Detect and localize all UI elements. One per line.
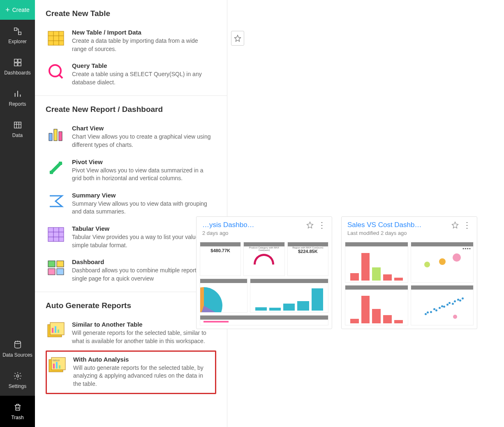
card-meta: 2 days ago [202, 230, 303, 236]
create-panel: Create New Table New Table / Import Data… [35, 0, 227, 427]
svg-rect-14 [48, 227, 64, 241]
svg-rect-12 [54, 129, 57, 141]
option-title: New Table / Import Data [72, 29, 213, 36]
option-chart-view[interactable]: Chart View Chart View allows you to crea… [46, 121, 216, 154]
option-desc: Create a table using a SELECT Query(SQL)… [72, 70, 213, 86]
svg-rect-23 [58, 330, 59, 333]
auto-analysis-icon: 010110 [49, 357, 66, 374]
option-desc: Chart View allows you to create a graphi… [72, 133, 213, 149]
pivot-icon [47, 159, 65, 176]
option-auto-analysis[interactable]: 010110 With Auto Analysis Will auto gene… [46, 350, 216, 395]
nav-label: Trash [11, 415, 23, 420]
section-title: Auto Generate Reports [46, 301, 216, 310]
dashboards-icon [13, 58, 23, 67]
svg-rect-15 [48, 261, 55, 267]
sidebar: + Create Explorer Dashboards Reports Da [0, 0, 35, 427]
nav-label: Data [12, 132, 23, 138]
svg-rect-3 [18, 59, 21, 62]
svg-point-10 [49, 65, 61, 77]
svg-rect-22 [55, 326, 56, 333]
card-title[interactable]: Sales VS Cost Dashb… [347, 221, 448, 229]
option-similar-table[interactable]: Similar to Another Table Will generate r… [46, 317, 216, 350]
section-title: Create New Table [46, 9, 216, 18]
nav-settings[interactable]: Settings [0, 364, 35, 396]
option-desc: Will generate reports for the selected t… [72, 329, 213, 345]
star-icon[interactable] [451, 221, 459, 229]
svg-rect-18 [57, 269, 64, 275]
option-desc: Pivot View allows you to view data summa… [72, 167, 213, 183]
nav-trash[interactable]: Trash [0, 396, 35, 427]
plus-icon: + [5, 6, 10, 14]
svg-rect-0 [14, 28, 16, 30]
svg-rect-21 [52, 328, 53, 333]
nav-data-sources[interactable]: Data Sources [0, 333, 35, 364]
chart-icon [47, 125, 65, 143]
nav-label: Reports [9, 101, 26, 107]
card-meta: Last modified 2 days ago [347, 230, 448, 236]
svg-rect-17 [48, 269, 55, 275]
option-new-table[interactable]: New Table / Import Data Create a data ta… [46, 25, 216, 58]
dashboard-icon [47, 259, 65, 276]
query-icon [47, 63, 65, 80]
summary-icon [47, 193, 65, 210]
trash-icon [13, 402, 23, 412]
option-desc: Summary View allows you to view data wit… [72, 200, 213, 216]
option-summary-view[interactable]: Summary View Summary View allows you to … [46, 188, 216, 221]
option-pivot-view[interactable]: Pivot View Pivot View allows you to view… [46, 154, 216, 188]
svg-rect-1 [18, 32, 21, 35]
svg-text:010110: 010110 [53, 359, 60, 362]
star-icon[interactable] [306, 221, 314, 229]
svg-rect-4 [14, 63, 17, 66]
nav-label: Dashboards [4, 70, 31, 76]
data-sources-icon [13, 340, 23, 350]
option-title: Summary View [72, 192, 213, 199]
dashboard-card[interactable]: Sales VS Cost Dashb… Last modified 2 day… [341, 216, 477, 329]
dashboard-cards: …ysis Dashbo… 2 days ago ⋮ $480.77K Prod… [196, 216, 477, 329]
more-icon[interactable]: ⋮ [463, 221, 471, 229]
option-dashboard[interactable]: Dashboard Dashboard allows you to combin… [46, 254, 216, 288]
option-title: Tabular View [72, 225, 213, 232]
svg-rect-6 [14, 122, 21, 128]
option-desc: Tabular View provides you a way to list … [72, 233, 213, 249]
svg-rect-28 [56, 362, 58, 369]
option-title: Query Table [72, 62, 213, 69]
nav-items: Explorer Dashboards Reports Data Data S [0, 20, 35, 427]
create-button-label: Create [12, 7, 30, 13]
svg-rect-27 [53, 364, 55, 369]
svg-point-8 [16, 375, 19, 377]
stat-value: $224.85K [289, 249, 326, 254]
similar-table-icon [47, 322, 65, 339]
tabular-icon [47, 226, 65, 243]
stat-label: Product Category with MAX Cost(sum) [245, 246, 282, 251]
svg-rect-9 [48, 31, 64, 45]
section-title: Create New Report / Dashboard [46, 105, 216, 114]
nav-label: Data Sources [2, 352, 32, 358]
nav-data[interactable]: Data [0, 114, 35, 145]
reports-icon [13, 89, 23, 99]
option-title: Dashboard [72, 258, 213, 265]
section-create-table: Create New Table New Table / Import Data… [35, 0, 227, 96]
option-desc: Create a data table by importing data fr… [72, 37, 213, 53]
data-icon [13, 120, 23, 130]
option-desc: Will auto generate reports for the selec… [73, 364, 212, 388]
stat-value: $480.77K [202, 246, 239, 253]
option-title: With Auto Analysis [73, 356, 212, 363]
svg-rect-2 [14, 59, 17, 62]
option-title: Similar to Another Table [72, 321, 213, 328]
main-area: …ysis Dashbo… 2 days ago ⋮ $480.77K Prod… [227, 0, 504, 427]
option-desc: Dashboard allows you to combine multiple… [72, 267, 213, 283]
svg-rect-13 [59, 132, 62, 141]
dashboard-card[interactable]: …ysis Dashbo… 2 days ago ⋮ $480.77K Prod… [196, 216, 332, 329]
nav-explorer[interactable]: Explorer [0, 20, 35, 51]
nav-dashboards[interactable]: Dashboards [0, 51, 35, 82]
nav-reports[interactable]: Reports [0, 82, 35, 114]
gear-icon [13, 371, 23, 381]
option-title: Pivot View [72, 158, 213, 165]
create-button[interactable]: + Create [0, 0, 35, 20]
option-query-table[interactable]: Query Table Create a table using a SELEC… [46, 58, 216, 91]
option-tabular-view[interactable]: Tabular View Tabular View provides you a… [46, 221, 216, 254]
more-icon[interactable]: ⋮ [318, 221, 326, 229]
star-button[interactable] [231, 31, 244, 46]
card-title[interactable]: …ysis Dashbo… [202, 221, 303, 229]
option-title: Chart View [72, 125, 213, 132]
